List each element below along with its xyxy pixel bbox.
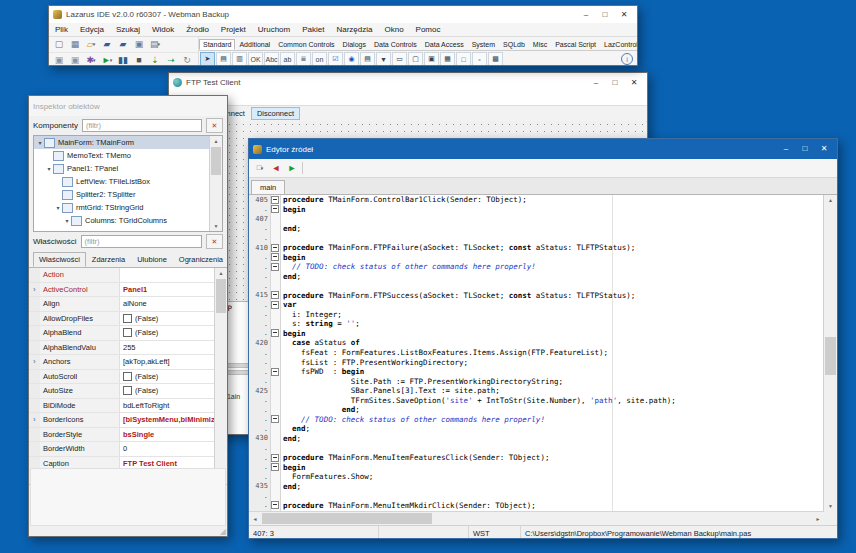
property-row-bordericons[interactable]: ›BorderIcons[biSystemMenu,biMinimize,biM… [29,413,227,428]
checkbox-icon[interactable] [123,314,132,323]
tcheckbox-component[interactable]: ☑ [328,52,343,66]
new-unit-button[interactable]: ▢ [52,38,66,51]
property-row-alphablend[interactable]: AlphaBlend(False) [29,326,227,341]
menu-item-uruchom[interactable]: Uruchom [252,24,296,35]
code-line[interactable]: . i: Integer; [249,310,837,320]
scroll-down-icon[interactable]: ▼ [210,221,222,231]
filter-clear-icon[interactable]: ✕ [206,234,223,249]
property-row-align[interactable]: AlignalNone [29,297,227,312]
tree-node-splitter2[interactable]: Splitter2: TSplitter [34,188,222,201]
tree-expand-icon[interactable]: ▾ [54,204,62,211]
line-number[interactable]: . [249,492,270,500]
save-all-button[interactable]: ▰ [116,38,130,51]
line-number[interactable]: . [249,263,270,271]
line-number[interactable]: . [249,205,270,213]
fold-box-icon[interactable] [271,454,279,462]
menu-item-szukaj[interactable]: Szukaj [110,24,146,35]
property-value[interactable]: [akTop,akLeft] [120,357,227,366]
palette-tab-data-controls[interactable]: Data Controls [370,39,421,50]
filter-clear-icon[interactable]: ✕ [206,118,223,133]
fold-marker[interactable] [270,301,280,309]
property-row-anchors[interactable]: ›Anchors[akTop,akLeft] [29,355,227,370]
code-line[interactable]: 405procedure TMainForm.ControlBar1Click(… [249,195,837,205]
minimize-icon[interactable]: – [577,8,595,21]
code-line[interactable]: . end; [249,405,837,415]
navigate-forward-icon[interactable]: ► [285,162,299,175]
resize-grip-icon[interactable]: ◢ [220,528,226,536]
line-number[interactable]: . [249,301,270,309]
fold-box-icon[interactable] [271,291,279,299]
tree-expand-icon[interactable]: ▾ [63,217,71,224]
inspector-tab-właściwości[interactable]: Właściwości [33,252,86,267]
tcheckgroup-component[interactable]: ▦ [440,52,455,66]
inspector-tab-ograniczenia[interactable]: Ograniczenia [173,252,228,267]
step-into-button[interactable]: ⇣ [148,54,162,66]
tree-node-mainform[interactable]: ▾MainForm: TMainForm [34,136,222,149]
code-line[interactable]: . s: string = ''; [249,319,837,329]
line-number[interactable]: . [249,282,270,290]
line-number[interactable]: . [249,425,270,433]
property-value[interactable]: (False) [120,386,227,395]
line-number[interactable]: . [249,473,270,481]
tmainmenu-component[interactable]: ▤ [216,52,231,66]
view-forms-button[interactable]: ▤▾ [148,38,162,51]
palette-tab-lazcontrols[interactable]: LazControls [600,39,637,50]
code-line[interactable]: . Site.Path := FTP.PresentWorkingDirecto… [249,376,837,386]
code-line[interactable]: . end; [249,424,837,434]
palette-tab-additional[interactable]: Additional [235,39,274,50]
fold-marker[interactable] [270,205,280,213]
menu-item-pakiet[interactable]: Pakiet [296,24,330,35]
line-number[interactable]: . [249,454,270,462]
line-number[interactable]: 410 [249,244,270,252]
save-button[interactable]: ▰ [100,38,114,51]
editor-vscrollbar-thumb[interactable] [825,337,836,375]
fold-marker[interactable] [270,463,280,471]
tlistbox-component[interactable]: ▤ [360,52,375,66]
line-number[interactable]: . [249,406,270,414]
palette-tab-common-controls[interactable]: Common Controls [274,39,338,50]
minimize-icon[interactable]: – [777,143,795,156]
tree-scrollbar-thumb[interactable] [211,147,221,175]
property-scrollbar-thumb[interactable] [216,279,226,313]
close-icon[interactable]: ✕ [615,8,633,21]
palette-tab-standard[interactable]: Standard [199,39,235,50]
property-value[interactable]: Panel1 [120,285,227,294]
code-editor-area[interactable]: 405procedure TMainForm.ControlBar1Click(… [249,195,837,511]
scroll-right-icon[interactable]: ► [812,512,824,525]
scroll-up-icon[interactable]: ▲ [210,136,222,146]
pause-button[interactable]: ▮▮ [116,54,130,66]
fold-marker[interactable] [270,263,280,271]
checkbox-icon[interactable] [123,372,132,381]
fold-box-icon[interactable] [271,501,279,509]
line-number[interactable]: 425 [249,387,270,395]
line-number[interactable]: 407 [249,215,270,223]
property-expand-icon[interactable]: › [29,283,40,297]
line-number[interactable]: 405 [249,196,270,204]
fold-marker[interactable] [270,454,280,462]
tmemo-component[interactable]: ≣ [296,52,311,66]
menu-item-projekt[interactable]: Projekt [215,24,252,35]
scroll-up-icon[interactable]: ▲ [824,195,837,205]
menu-item-pomoc[interactable]: Pomoc [410,24,447,35]
tradiogroup-component[interactable]: ▣ [424,52,439,66]
property-value[interactable]: alNone [120,299,227,308]
property-grid-scrollbar[interactable]: ▲ ▼ [214,268,227,484]
tactionlist-component[interactable]: ▩ [488,52,503,66]
open-button[interactable]: ▱▾ [84,38,98,51]
inspector-tab-ulubione[interactable]: Ulubione [131,252,173,267]
palette-tab-dialogs[interactable]: Dialogs [339,39,370,50]
fold-marker[interactable] [270,415,280,423]
stop-button[interactable]: ■ [132,54,146,66]
code-line[interactable]: 407 [249,214,837,224]
properties-filter-input[interactable]: (filtr) [81,235,202,248]
property-value[interactable]: bsSingle [120,430,227,439]
scroll-up-icon[interactable]: ▲ [215,268,227,278]
maximize-icon[interactable]: □ [596,8,614,21]
property-row-action[interactable]: Action [29,268,227,283]
tree-expand-icon[interactable]: ▾ [45,165,53,172]
checkbox-icon[interactable] [123,328,132,337]
scroll-left-icon[interactable]: ◄ [249,512,261,525]
line-number[interactable]: . [249,463,270,471]
code-line[interactable]: . fsPWD : begin [249,367,837,377]
line-number[interactable]: . [249,320,270,328]
